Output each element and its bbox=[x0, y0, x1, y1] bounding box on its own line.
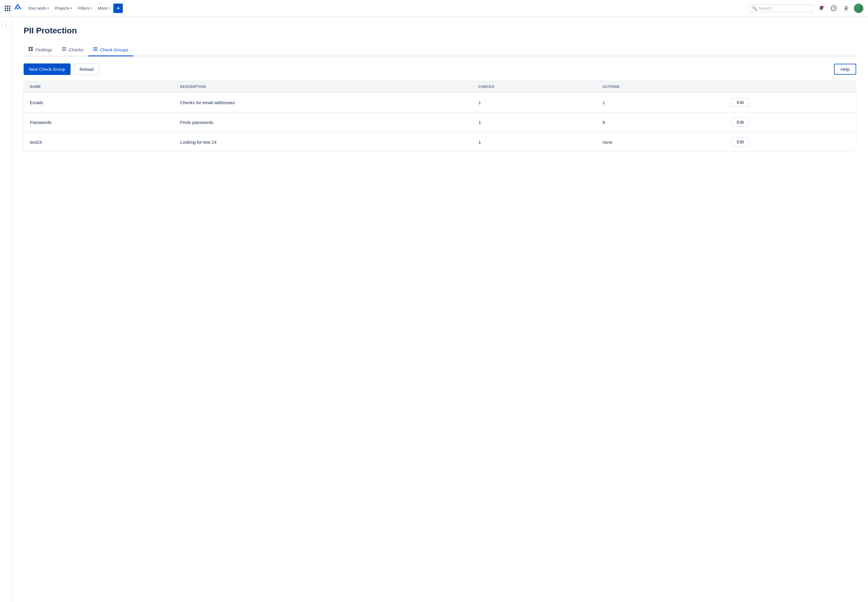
cell-checks: 1 bbox=[472, 132, 597, 152]
your-work-nav[interactable]: Your work ▾ bbox=[25, 4, 51, 12]
cell-name: test24 bbox=[24, 132, 174, 152]
cell-description: Finds passwords bbox=[174, 112, 472, 132]
tab-check-groups[interactable]: Check Groups bbox=[88, 44, 133, 56]
col-actions: ACTIONS bbox=[597, 81, 726, 93]
toolbar: New Check Group Reload Help bbox=[24, 63, 856, 75]
projects-nav[interactable]: Projects ▾ bbox=[52, 4, 75, 12]
nav-right: 🔍 ? bbox=[749, 3, 863, 13]
table-header: NAME DESCRIPTION CHECKS ACTIONS bbox=[24, 81, 856, 93]
svg-rect-12 bbox=[93, 49, 97, 49]
svg-rect-6 bbox=[29, 49, 31, 51]
cell-description: Checks for email addresses bbox=[174, 93, 472, 112]
search-icon: 🔍 bbox=[752, 6, 757, 11]
chevron-down-icon: ▾ bbox=[47, 6, 49, 10]
chevron-down-icon: ▾ bbox=[90, 6, 92, 10]
nav-left: Your work ▾ Projects ▾ Filters ▾ More ▾ … bbox=[5, 3, 746, 13]
create-button[interactable]: + bbox=[113, 3, 123, 13]
svg-text:?: ? bbox=[833, 6, 835, 11]
chevron-down-icon: ▾ bbox=[108, 6, 110, 10]
col-checks: CHECKS bbox=[472, 81, 597, 93]
svg-rect-4 bbox=[29, 47, 31, 49]
search-box[interactable]: 🔍 bbox=[749, 5, 814, 12]
table-row: Passwords Finds passwords 1 6 Edit bbox=[24, 112, 856, 132]
top-navigation: Your work ▾ Projects ▾ Filters ▾ More ▾ … bbox=[0, 0, 868, 17]
help-button[interactable]: Help bbox=[834, 64, 856, 75]
reload-button[interactable]: Reload bbox=[74, 63, 100, 75]
col-description: DESCRIPTION bbox=[174, 81, 472, 93]
tab-findings[interactable]: Findings bbox=[24, 44, 57, 56]
check-groups-table: NAME DESCRIPTION CHECKS ACTIONS Emails C… bbox=[24, 81, 856, 152]
more-nav[interactable]: More ▾ bbox=[95, 4, 112, 12]
cell-edit: Edit bbox=[726, 93, 856, 112]
table-row: test24 Looking for test 24 1 none Edit bbox=[24, 132, 856, 152]
col-edit bbox=[726, 81, 856, 93]
main-content: PII Protection Findings bbox=[12, 17, 868, 602]
edit-button[interactable]: Edit bbox=[732, 98, 749, 107]
cell-description: Looking for test 24 bbox=[174, 132, 472, 152]
svg-rect-5 bbox=[31, 47, 33, 49]
cell-name: Emails bbox=[24, 93, 174, 112]
cell-actions: 6 bbox=[597, 112, 726, 132]
cell-actions: 1 bbox=[597, 93, 726, 112]
table-body: Emails Checks for email addresses 1 1 Ed… bbox=[24, 93, 856, 152]
svg-rect-9 bbox=[62, 49, 66, 49]
svg-rect-11 bbox=[93, 47, 97, 48]
cell-edit: Edit bbox=[726, 132, 856, 152]
edit-button[interactable]: Edit bbox=[732, 118, 749, 127]
checks-icon bbox=[62, 47, 66, 52]
cell-actions: none bbox=[597, 132, 726, 152]
grid-apps-icon[interactable] bbox=[5, 6, 10, 11]
new-check-group-button[interactable]: New Check Group bbox=[24, 63, 71, 75]
findings-icon bbox=[28, 47, 33, 52]
svg-point-1 bbox=[822, 6, 824, 8]
cell-checks: 1 bbox=[472, 112, 597, 132]
search-input[interactable] bbox=[759, 6, 810, 11]
settings-button[interactable] bbox=[842, 3, 851, 13]
cell-edit: Edit bbox=[726, 112, 856, 132]
table-row: Emails Checks for email addresses 1 1 Ed… bbox=[24, 93, 856, 112]
chevron-down-icon: ▾ bbox=[71, 6, 72, 10]
cell-name: Passwords bbox=[24, 112, 174, 132]
svg-rect-10 bbox=[62, 50, 66, 51]
svg-rect-7 bbox=[31, 49, 33, 51]
svg-point-0 bbox=[821, 10, 822, 11]
help-button[interactable]: ? bbox=[829, 3, 839, 13]
sidebar: › bbox=[0, 17, 12, 602]
svg-rect-13 bbox=[93, 50, 97, 51]
svg-rect-8 bbox=[62, 47, 66, 48]
toolbar-left: New Check Group Reload bbox=[24, 63, 99, 75]
filters-nav[interactable]: Filters ▾ bbox=[75, 4, 94, 12]
notifications-button[interactable] bbox=[817, 3, 826, 13]
layout: › PII Protection Findings bbox=[0, 17, 868, 602]
logo-icon[interactable] bbox=[14, 3, 22, 13]
cell-checks: 1 bbox=[472, 93, 597, 112]
page-title: PII Protection bbox=[24, 26, 856, 35]
check-groups-icon bbox=[93, 47, 98, 52]
col-name: NAME bbox=[24, 81, 174, 93]
avatar[interactable] bbox=[854, 3, 863, 13]
sidebar-toggle-button[interactable]: › bbox=[2, 21, 10, 29]
tab-checks[interactable]: Checks bbox=[57, 44, 88, 56]
edit-button[interactable]: Edit bbox=[732, 138, 749, 146]
tabs: Findings Checks bbox=[24, 44, 856, 56]
